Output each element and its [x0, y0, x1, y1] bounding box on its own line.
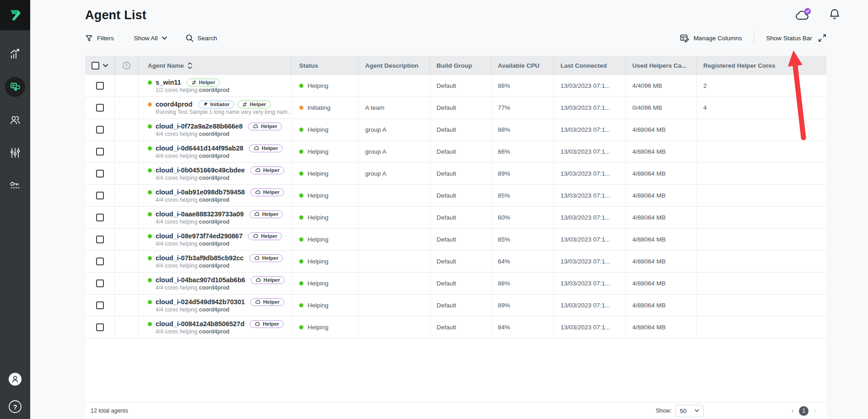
registered-helper-cores-cell	[697, 295, 826, 316]
status-dot	[299, 281, 303, 285]
helper-badge: Helper	[237, 101, 271, 108]
row-checkbox[interactable]	[96, 104, 104, 112]
header-last-connected[interactable]: Last Connected	[554, 56, 626, 75]
agent-state-dot	[148, 278, 152, 282]
manage-columns-icon	[680, 34, 690, 43]
current-page-button[interactable]: 1	[799, 406, 809, 416]
header-registered-helper-cores[interactable]: Registered Helper Cores	[697, 56, 826, 75]
manage-columns-button[interactable]: Manage Columns	[680, 34, 742, 43]
app-logo[interactable]	[0, 0, 30, 30]
table-row[interactable]: cloud_i-024d549d942b70301 Helper 4/4 cor…	[85, 295, 826, 317]
table-row[interactable]: cloud_i-0ab91e098db759458 Helper 4/4 cor…	[85, 185, 826, 207]
pagination: ‹ 1 ›	[792, 406, 816, 416]
status-dot	[299, 215, 303, 220]
agent-subtext: 4/4 cores helping coord4prod	[148, 263, 229, 269]
agent-name: cloud_i-0f72a9a2e88b666e8	[156, 123, 243, 130]
sidebar-item-analytics[interactable]	[5, 44, 25, 64]
status-dot	[299, 237, 303, 242]
agent-name-cell: cloud_i-0d6441d144f95ab28 Helper 4/4 cor…	[139, 141, 291, 162]
table-row[interactable]: cloud_i-0aae8883239733a09 Helper 4/4 cor…	[85, 207, 826, 229]
agent-name: s_win11	[156, 79, 181, 86]
sort-icon[interactable]	[188, 62, 192, 69]
cloud-icon	[254, 212, 260, 216]
search-button[interactable]: Search	[185, 34, 217, 42]
agent-description-cell	[359, 229, 430, 250]
status-cell: Helping	[291, 185, 359, 206]
build-group-cell: Default	[430, 295, 491, 316]
next-page-button[interactable]: ›	[814, 406, 816, 415]
row-checkbox[interactable]	[96, 192, 104, 199]
sidebar-item-licenses[interactable]	[5, 176, 25, 196]
status-cell: Helping	[291, 207, 359, 228]
agent-state-dot	[148, 212, 152, 216]
table-row[interactable]: cloud_i-0f72a9a2e88b666e8 Helper 4/4 cor…	[85, 119, 826, 141]
status-dot	[299, 325, 303, 329]
page-size-select[interactable]: 50	[675, 405, 704, 417]
table-empty-area	[85, 338, 826, 402]
table-row[interactable]: cloud_i-0b0451669c49cbdee Helper 4/4 cor…	[85, 163, 826, 185]
table-row[interactable]: cloud_i-00841a24b8506527d Helper 4/4 cor…	[85, 317, 826, 338]
select-all-checkbox[interactable]	[92, 62, 99, 70]
select-menu-chevron-icon[interactable]	[103, 64, 108, 67]
agent-name-cell: cloud_i-0f72a9a2e88b666e8 Helper 4/4 cor…	[139, 119, 291, 140]
header-agent-description[interactable]: Agent Description	[359, 56, 430, 75]
table-row[interactable]: cloud_i-08e973f74ed290867 Helper 4/4 cor…	[85, 229, 826, 251]
sidebar-item-agents[interactable]	[5, 77, 25, 97]
last-connected-cell: 13/03/2023 07:1...	[554, 119, 626, 140]
agent-badges: Helper	[249, 210, 283, 218]
agent-state-dot	[148, 190, 152, 194]
show-status-bar-button[interactable]: Show Status Bar	[766, 34, 826, 42]
table-row[interactable]: cloud_i-07b3af9db85cb92cc Helper 4/4 cor…	[85, 251, 826, 273]
header-status[interactable]: Status	[291, 56, 359, 75]
status-cell: Helping	[291, 75, 359, 97]
chevron-down-icon	[695, 409, 699, 412]
show-all-dropdown[interactable]: Show All	[134, 35, 167, 42]
table-row[interactable]: cloud_i-0d6441d144f95ab28 Helper 4/4 cor…	[85, 141, 826, 163]
row-checkbox[interactable]	[96, 82, 104, 90]
table-row[interactable]: coord4prod InitiatorHelper Running Test …	[85, 97, 826, 119]
row-checkbox[interactable]	[96, 170, 104, 177]
filters-button[interactable]: Filters	[85, 34, 114, 42]
agent-description-cell: group A	[359, 141, 430, 162]
row-checkbox[interactable]	[96, 148, 104, 156]
build-group-cell: Default	[430, 273, 491, 294]
prev-page-button[interactable]: ‹	[792, 406, 794, 415]
agent-name-cell: cloud_i-0ab91e098db759458 Helper 4/4 cor…	[139, 185, 291, 206]
show-label: Show:	[656, 408, 672, 414]
row-checkbox[interactable]	[96, 236, 104, 243]
row-checkbox[interactable]	[96, 279, 104, 287]
status-cell: Helping	[291, 251, 359, 272]
swap-icon	[242, 102, 248, 107]
header-build-group[interactable]: Build Group	[430, 56, 491, 75]
agent-description-cell	[359, 185, 430, 206]
table-row[interactable]: cloud_i-04bac907d105ab6b6 Helper 4/4 cor…	[85, 273, 826, 295]
agent-subtext: 4/4 cores helping coord4prod	[148, 153, 229, 159]
row-checkbox[interactable]	[96, 258, 104, 265]
status-cell: Helping	[291, 273, 359, 294]
header-used-helpers[interactable]: Used Helpers Ca...	[626, 56, 697, 75]
user-avatar[interactable]	[8, 372, 22, 388]
last-connected-cell: 13/03/2023 07:1...	[554, 273, 626, 294]
header-available-cpu[interactable]: Available CPU	[491, 56, 554, 75]
header-select-all[interactable]	[85, 56, 115, 75]
table-row[interactable]: s_win11 Helper 1/2 cores helping coord4p…	[85, 75, 826, 97]
header-agent-name[interactable]: Agent Name	[139, 56, 291, 75]
cloud-status-button[interactable]	[794, 7, 812, 24]
help-button[interactable]: ?	[8, 400, 22, 415]
manage-columns-label: Manage Columns	[694, 35, 742, 42]
last-connected-cell: 13/03/2023 07:1...	[554, 295, 626, 316]
row-checkbox[interactable]	[96, 323, 104, 331]
row-checkbox[interactable]	[96, 301, 104, 309]
sidebar-item-settings[interactable]	[5, 143, 25, 163]
registered-helper-cores-cell	[697, 251, 826, 272]
status-label: Helping	[307, 236, 329, 243]
status-dot	[299, 84, 303, 88]
notifications-button[interactable]	[829, 8, 841, 23]
agent-subtext: 4/4 cores helping coord4prod	[148, 175, 229, 181]
used-helpers-cell: 4/88064 MB	[626, 273, 697, 294]
sidebar-item-users[interactable]	[5, 110, 25, 130]
row-checkbox[interactable]	[96, 214, 104, 221]
row-alert-cell	[115, 141, 139, 162]
agent-state-dot	[148, 146, 152, 150]
row-checkbox[interactable]	[96, 126, 104, 134]
